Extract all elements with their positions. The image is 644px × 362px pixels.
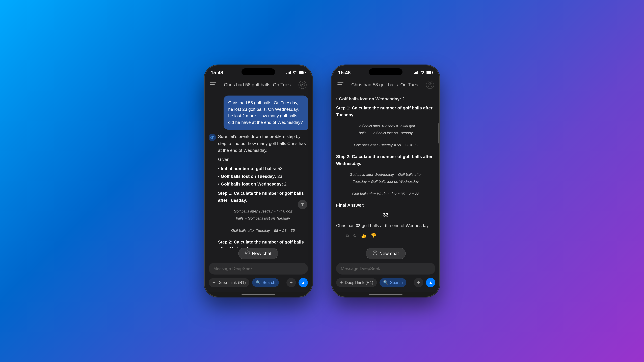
svg-rect-6	[305, 72, 306, 73]
phone-right: 15:48 Chris had 58 golf balls. On Tues	[332, 65, 440, 297]
step1-result-left: Golf balls after Tuesday = 58 − 23 = 35	[218, 225, 308, 237]
svg-point-16	[247, 253, 248, 253]
copy-icon[interactable]: ⧉	[346, 232, 349, 240]
menu-icon-left[interactable]	[210, 82, 216, 88]
thumbup-icon[interactable]: 👍	[361, 232, 366, 240]
step1-formula-right: Golf balls after Tuesday = Initial golfb…	[336, 120, 435, 139]
step2-formula-text-right: Golf balls after Wednesday = Golf balls …	[340, 171, 432, 185]
search-icon-right: 🔍	[383, 280, 388, 285]
message-input-left[interactable]: Message DeepSeek	[209, 263, 308, 275]
search-chip-right[interactable]: 🔍 Search	[380, 278, 406, 287]
step1-header-right: Step 1: Calculate the number of golf bal…	[336, 105, 435, 118]
new-chat-icon-right	[373, 251, 377, 256]
message-input-right[interactable]: Message DeepSeek	[336, 263, 435, 275]
compose-icon-right[interactable]	[426, 81, 434, 89]
chat-area-left: Chris had 58 golf balls. On Tuesday, he …	[204, 92, 312, 248]
svg-rect-2	[289, 71, 290, 74]
menu-icon-right[interactable]	[338, 82, 344, 88]
thumbdown-icon[interactable]: 👎	[371, 232, 376, 240]
signal-icon-left	[286, 71, 291, 75]
svg-rect-18	[415, 72, 416, 74]
ai-intro-left: Sure, let's break down the problem step …	[218, 133, 308, 154]
nav-bar-right: Chris had 58 golf balls. On Tues	[332, 77, 440, 92]
ai-response-left: Sure, let's break down the problem step …	[209, 133, 308, 248]
svg-rect-8	[210, 82, 216, 83]
right-phone-wrapper: 15:48 Chris had 58 golf balls. On Tues	[332, 65, 440, 297]
deepthink-icon-right: ✦	[340, 280, 343, 285]
deepthink-icon-left: ✦	[212, 280, 216, 285]
refresh-icon[interactable]: ↻	[353, 232, 357, 240]
battery-right	[426, 71, 433, 75]
bottom-toolbar-left: ✦ DeepThink (R1) 🔍 Search + ▲	[209, 278, 308, 289]
battery-left	[299, 71, 306, 75]
svg-rect-1	[288, 72, 288, 74]
search-chip-left[interactable]: 🔍 Search	[252, 278, 279, 287]
svg-rect-19	[416, 71, 417, 74]
send-btn-left[interactable]: ▲	[298, 278, 308, 287]
new-chat-icon-left	[245, 251, 250, 256]
final-text: Chris has 33 golf balls at the end of We…	[336, 222, 435, 229]
ai-content-left: Sure, let's break down the problem step …	[218, 133, 308, 248]
message-placeholder-left: Message DeepSeek	[213, 266, 303, 271]
left-phone-wrapper: 15:48 Chris had 58 golf balls. On Tues	[204, 65, 312, 297]
chat-area-right: • Golf balls lost on Wednesday: 2 Step 1…	[332, 92, 440, 248]
wifi-icon-left	[292, 71, 297, 75]
send-btn-right[interactable]: ▲	[426, 278, 435, 287]
svg-rect-0	[286, 73, 287, 74]
status-icons-right	[414, 71, 433, 75]
bottom-area-right: New chat Message DeepSeek ✦ DeepThink (R…	[332, 248, 440, 292]
step1-formula-left: Golf balls after Tuesday = Initial golfb…	[218, 205, 308, 225]
svg-rect-10	[210, 86, 216, 86]
scroll-down-btn-left[interactable]: ▼	[298, 200, 307, 209]
svg-rect-27	[338, 86, 344, 86]
deepthink-label-left: DeepThink (R1)	[217, 280, 246, 285]
svg-point-12	[302, 84, 303, 85]
reaction-row-right: ⧉ ↻ 👍 👎	[336, 232, 435, 240]
svg-rect-26	[338, 84, 342, 85]
step2-header-right: Step 2: Calculate the number of golf bal…	[336, 153, 435, 167]
deepthink-chip-right[interactable]: ✦ DeepThink (R1)	[336, 278, 377, 287]
final-answer-label: Final Answer:	[336, 202, 435, 209]
svg-point-29	[430, 84, 430, 85]
svg-rect-24	[427, 71, 431, 74]
dynamic-island-right	[369, 68, 402, 75]
given-list-left: Initial number of golf balls: 58 Golf ba…	[218, 165, 308, 188]
new-chat-btn-left[interactable]: New chat	[238, 248, 278, 259]
add-btn-left[interactable]: +	[286, 278, 296, 287]
deepthink-label-right: DeepThink (R1)	[345, 280, 373, 285]
svg-rect-20	[418, 71, 418, 74]
continued-bullet: • Golf balls lost on Wednesday: 2	[336, 95, 435, 103]
step1-header-left: Step 1: Calculate the number of golf bal…	[218, 190, 308, 204]
nav-title-left: Chris had 58 golf balls. On Tues	[224, 82, 291, 87]
new-chat-btn-right[interactable]: New chat	[366, 248, 406, 259]
step1-formula-text-right: Golf balls after Tuesday = Initial golfb…	[340, 122, 432, 137]
bottom-toolbar-right: ✦ DeepThink (R1) 🔍 Search + ▲	[336, 278, 435, 289]
step2-formula-right: Golf balls after Wednesday = Golf balls …	[336, 168, 435, 188]
search-label-right: Search	[390, 280, 403, 285]
status-icons-left	[286, 71, 306, 75]
scroll-indicator-left	[310, 123, 311, 143]
svg-point-4	[294, 73, 295, 74]
search-label-left: Search	[262, 280, 275, 285]
step2-result-right: Golf balls after Wednesday = 35 − 2 = 33	[336, 188, 435, 200]
final-number: 33	[336, 209, 435, 221]
scroll-indicator-right	[438, 123, 439, 143]
compose-icon-left[interactable]	[298, 81, 306, 89]
status-time-left: 15:48	[211, 70, 223, 75]
search-icon-left: 🔍	[256, 280, 261, 285]
svg-rect-25	[338, 82, 344, 83]
svg-rect-9	[210, 84, 215, 85]
step2-header-left: Step 2: Calculate the number of golf bal…	[218, 239, 308, 248]
svg-rect-3	[290, 71, 291, 74]
new-chat-label-right: New chat	[379, 251, 399, 256]
user-message-left: Chris had 58 golf balls. On Tuesday, he …	[224, 95, 308, 130]
add-btn-right[interactable]: +	[414, 278, 423, 287]
svg-point-31	[375, 253, 375, 253]
status-time-right: 15:48	[338, 70, 350, 75]
step1-formula-text-left: Golf balls after Tuesday = Initial golfb…	[221, 208, 304, 222]
home-indicator-left	[242, 294, 275, 295]
bottom-area-left: New chat Message DeepSeek ✦ DeepThink (R…	[204, 248, 312, 292]
signal-icon-right	[414, 71, 418, 75]
deepthink-chip-left[interactable]: ✦ DeepThink (R1)	[209, 278, 250, 287]
nav-title-right: Chris had 58 golf balls. On Tues	[351, 82, 418, 87]
